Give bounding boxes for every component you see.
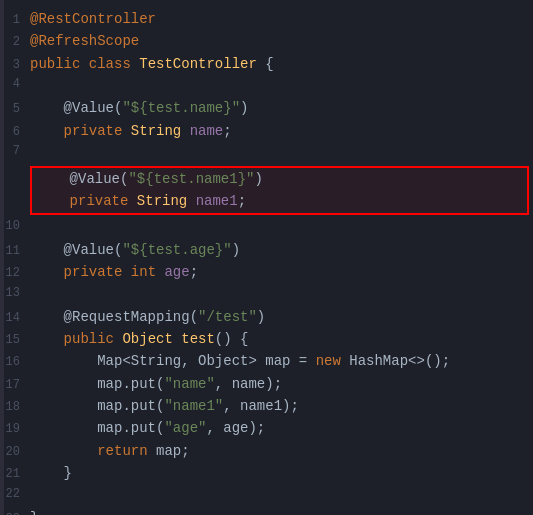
code-line: @Value("${test.name1}")	[36, 168, 523, 190]
token: map.put(	[30, 420, 164, 436]
token: )	[232, 242, 240, 258]
token: "/test"	[198, 309, 257, 325]
token: map.put(	[30, 376, 164, 392]
token: "${test.name1}"	[128, 171, 254, 187]
token: "age"	[164, 420, 206, 436]
line-number: 1	[0, 11, 30, 30]
token: "${test.name}"	[122, 100, 240, 116]
line-number: 16	[0, 353, 30, 372]
code-editor: 1@RestController2@RefreshScope3public cl…	[0, 0, 533, 515]
code-line: 5 @Value("${test.name}")	[0, 97, 533, 119]
line-content: @Value("${test.name1}")	[36, 168, 507, 190]
token: @RequestMapping(	[30, 309, 198, 325]
token: String	[131, 123, 190, 139]
line-number: 19	[0, 420, 30, 439]
line-content: }	[30, 507, 517, 515]
line-content: @RestController	[30, 8, 517, 30]
token: public	[64, 331, 123, 347]
line-content: public class TestController {	[30, 53, 517, 75]
token: private	[64, 123, 131, 139]
line-content: }	[30, 462, 517, 484]
token: @RestController	[30, 11, 156, 27]
token: "name"	[164, 376, 214, 392]
token: age	[164, 264, 189, 280]
code-line: 17 map.put("name", name);	[0, 373, 533, 395]
token: private	[64, 264, 131, 280]
line-number: 13	[0, 284, 30, 303]
token: class	[89, 56, 139, 72]
token: @Value(	[30, 242, 122, 258]
token: }	[30, 465, 72, 481]
code-line: 18 map.put("name1", name1);	[0, 395, 533, 417]
token: )	[257, 309, 265, 325]
line-number: 14	[0, 309, 30, 328]
line-number: 22	[0, 485, 30, 504]
line-content: @RequestMapping("/test")	[30, 306, 517, 328]
token: @RefreshScope	[30, 33, 139, 49]
line-number: 15	[0, 331, 30, 350]
line-number: 12	[0, 264, 30, 283]
token: {	[265, 56, 273, 72]
token: ;	[238, 193, 246, 209]
line-content: map.put("age", age);	[30, 417, 517, 439]
token: "name1"	[164, 398, 223, 414]
token: ;	[442, 353, 450, 369]
line-content: private String name;	[30, 120, 517, 142]
token: private	[70, 193, 137, 209]
code-line: 4	[0, 75, 533, 97]
line-number: 4	[0, 75, 30, 94]
highlighted-block: @Value("${test.name1}") private String n…	[30, 166, 529, 215]
line-number: 18	[0, 398, 30, 417]
line-content: map.put("name1", name1);	[30, 395, 517, 417]
token: Object	[122, 331, 181, 347]
token	[30, 331, 64, 347]
token: map.put(	[30, 398, 164, 414]
line-number: 5	[0, 100, 30, 119]
token: }	[30, 510, 38, 515]
line-number: 20	[0, 443, 30, 462]
token: @Value(	[30, 100, 122, 116]
code-line: 15 public Object test() {	[0, 328, 533, 350]
token: TestController	[139, 56, 265, 72]
code-line: 16 Map<String, Object> map = new HashMap…	[0, 350, 533, 372]
code-line: 20 return map;	[0, 440, 533, 462]
code-line: 7	[0, 142, 533, 164]
code-line: 3public class TestController {	[0, 53, 533, 75]
line-number: 11	[0, 242, 30, 261]
token	[30, 123, 64, 139]
token: String	[137, 193, 196, 209]
line-content: @Value("${test.age}")	[30, 239, 517, 261]
line-content: public Object test() {	[30, 328, 517, 350]
token: new	[316, 353, 350, 369]
token: int	[131, 264, 165, 280]
token: return	[97, 443, 156, 459]
token: ;	[190, 264, 198, 280]
token: ;	[223, 123, 231, 139]
left-gutter-bar	[0, 0, 4, 515]
line-content: @RefreshScope	[30, 30, 517, 52]
token: map;	[156, 443, 190, 459]
line-number: 7	[0, 142, 30, 161]
code-line: 10	[0, 217, 533, 239]
line-number: 3	[0, 56, 30, 75]
token: @Value(	[36, 171, 128, 187]
token: name	[190, 123, 224, 139]
token: , age);	[206, 420, 265, 436]
token: test	[181, 331, 215, 347]
code-line: 1@RestController	[0, 8, 533, 30]
code-line: 21 }	[0, 462, 533, 484]
token: , name);	[215, 376, 282, 392]
line-number: 23	[0, 510, 30, 515]
line-content: Map<String, Object> map = new HashMap<>(…	[30, 350, 517, 372]
code-line: 11 @Value("${test.age}")	[0, 239, 533, 261]
token: Map<String, Object> map =	[30, 353, 316, 369]
code-line: 13	[0, 284, 533, 306]
code-line: 23}	[0, 507, 533, 515]
token: )	[240, 100, 248, 116]
code-line: 6 private String name;	[0, 120, 533, 142]
code-line: 22	[0, 485, 533, 507]
line-content: @Value("${test.name}")	[30, 97, 517, 119]
token	[36, 193, 70, 209]
line-number: 6	[0, 123, 30, 142]
token	[30, 443, 97, 459]
